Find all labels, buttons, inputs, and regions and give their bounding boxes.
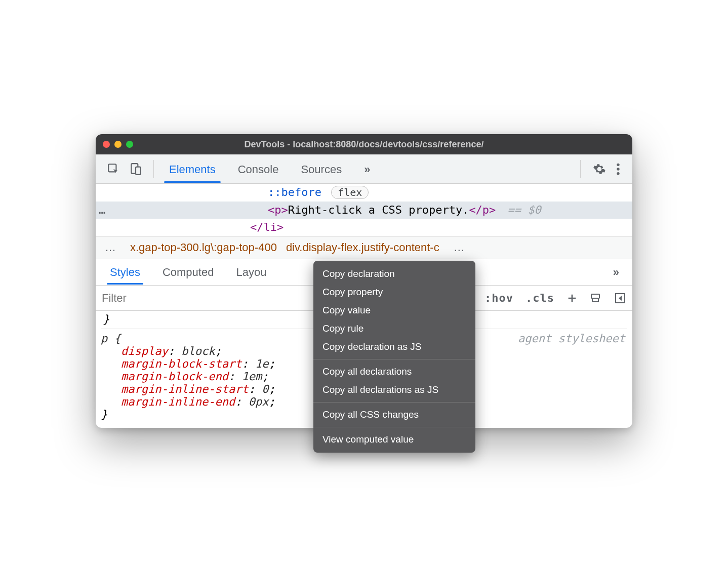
context-menu-separator (313, 359, 475, 359)
css-property[interactable]: margin-inline-end (121, 395, 235, 408)
subtab-layout[interactable]: Layou (225, 261, 277, 284)
context-menu-item[interactable]: Copy declaration as JS (313, 338, 475, 356)
window-minimize-button[interactable] (114, 141, 122, 148)
new-style-rule-icon[interactable] (567, 293, 578, 304)
text-content: Right-click a CSS property. (288, 204, 469, 216)
main-toolbar: Elements Console Sources » (96, 154, 632, 184)
pseudo-element-label: ::before (268, 186, 321, 198)
window-maximize-button[interactable] (126, 141, 133, 148)
css-property[interactable]: display (121, 345, 168, 357)
context-menu-separator (313, 427, 475, 427)
context-menu-item[interactable]: Copy value (313, 301, 475, 319)
svg-point-4 (617, 168, 619, 170)
context-menu: Copy declarationCopy propertyCopy valueC… (313, 261, 475, 453)
context-menu-item[interactable]: Copy all declarations (313, 363, 475, 381)
css-value[interactable]: 0 (262, 383, 268, 395)
context-menu-item[interactable]: Copy all CSS changes (313, 406, 475, 424)
breadcrumb-item[interactable]: x.gap-top-300.lg\:gap-top-400 (130, 241, 277, 254)
tab-console[interactable]: Console (227, 156, 290, 182)
paint-bucket-icon[interactable] (590, 292, 602, 304)
svg-point-5 (617, 172, 619, 174)
svg-rect-2 (136, 167, 141, 174)
console-reference: == $0 (508, 204, 541, 216)
dom-tree[interactable]: ::before flex <p>Right-click a CSS prope… (96, 184, 632, 236)
css-property[interactable]: margin-block-end (121, 370, 228, 383)
dom-node-selected[interactable]: <p>Right-click a CSS property.</p> == $0 (96, 202, 632, 219)
tab-sources[interactable]: Sources (290, 156, 353, 182)
css-property[interactable]: margin-inline-start (121, 383, 249, 395)
window-traffic-lights (103, 141, 133, 148)
window-titlebar: DevTools - localhost:8080/docs/devtools/… (96, 134, 632, 154)
main-tab-strip: Elements Console Sources » (158, 156, 576, 182)
tag-close: </li> (250, 221, 284, 233)
breadcrumb-ellipsis-right[interactable]: … (449, 241, 470, 254)
css-value[interactable]: 1em (241, 370, 262, 383)
svg-point-3 (617, 163, 619, 166)
dom-breadcrumb: … x.gap-top-300.lg\:gap-top-400 div.disp… (96, 236, 632, 259)
dom-node-li-close[interactable]: </li> (96, 219, 632, 236)
subtab-computed[interactable]: Computed (151, 261, 225, 284)
flex-badge[interactable]: flex (331, 186, 369, 199)
toolbar-divider (580, 160, 581, 178)
css-value[interactable]: 0px (249, 395, 269, 408)
more-subtabs-button[interactable]: » (602, 261, 629, 284)
tab-elements[interactable]: Elements (158, 156, 227, 182)
css-value[interactable]: 1e (255, 357, 269, 370)
breadcrumb-ellipsis-left[interactable]: … (100, 241, 121, 254)
context-menu-item[interactable]: Copy property (313, 283, 475, 301)
context-menu-item[interactable]: Copy rule (313, 319, 475, 338)
css-selector[interactable]: p { (101, 332, 121, 345)
subtab-styles[interactable]: Styles (99, 261, 151, 284)
device-toolbar-icon[interactable] (129, 163, 142, 176)
css-property[interactable]: margin-block-start (121, 357, 241, 370)
hov-toggle[interactable]: :hov (484, 292, 513, 304)
context-menu-item[interactable]: View computed value (313, 430, 475, 449)
context-menu-item[interactable]: Copy declaration (313, 265, 475, 283)
computed-sidebar-icon[interactable] (614, 292, 626, 304)
toolbar-divider (153, 160, 154, 178)
window-close-button[interactable] (103, 141, 110, 148)
context-menu-item[interactable]: Copy all declarations as JS (313, 381, 475, 399)
more-tabs-button[interactable]: » (353, 156, 380, 182)
css-value[interactable]: block (181, 345, 215, 357)
context-menu-separator (313, 402, 475, 403)
svg-rect-6 (591, 294, 599, 298)
devtools-window: DevTools - localhost:8080/docs/devtools/… (96, 134, 632, 428)
breadcrumb-item[interactable]: div.display-flex.justify-content-c (286, 241, 439, 254)
kebab-menu-icon[interactable] (616, 163, 620, 176)
cls-toggle[interactable]: .cls (525, 292, 554, 304)
tag-close: </p> (469, 204, 496, 216)
tag-open: <p> (268, 204, 288, 216)
gear-icon[interactable] (593, 163, 606, 176)
inspect-element-icon[interactable] (107, 163, 120, 176)
stylesheet-label[interactable]: agent stylesheet (518, 332, 625, 345)
window-title: DevTools - localhost:8080/docs/devtools/… (245, 139, 484, 150)
dom-node-pseudo[interactable]: ::before flex (96, 184, 632, 202)
